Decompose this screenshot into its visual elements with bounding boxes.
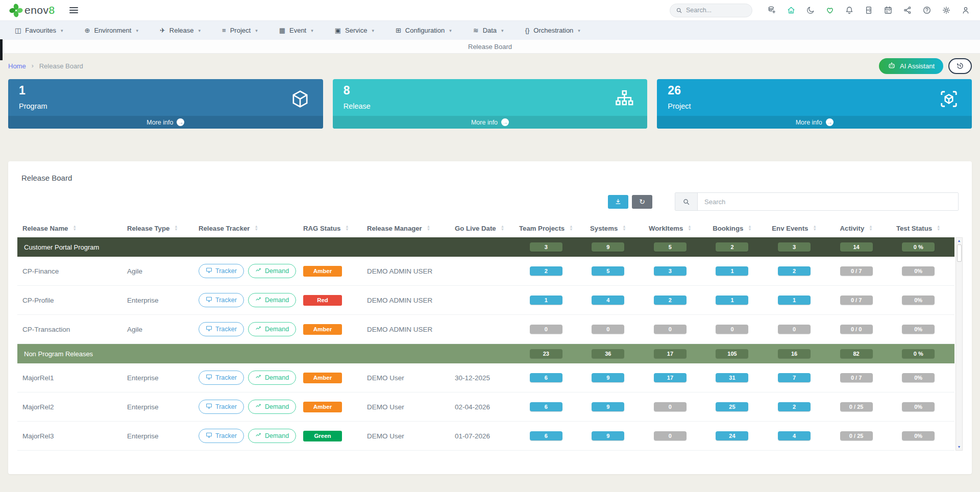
release-more-info[interactable]: More info→ [333, 116, 648, 129]
metric-badge[interactable]: 1 [778, 296, 811, 305]
demand-button[interactable]: Demand [248, 400, 296, 414]
calendar-icon[interactable] [883, 5, 893, 16]
sort-icons[interactable]: ▲▼ [869, 225, 872, 231]
enov8-logo[interactable]: enov8 [9, 4, 55, 17]
help-icon[interactable] [921, 5, 932, 16]
tracker-button[interactable]: Tracker [199, 400, 244, 414]
settings-icon[interactable] [941, 5, 951, 16]
refresh-button[interactable]: ↻ [632, 195, 652, 209]
tracker-button[interactable]: Tracker [199, 293, 244, 307]
sort-icons[interactable]: ▲▼ [813, 225, 816, 231]
column-header-release-type[interactable]: Release Type▲▼ [127, 225, 199, 232]
metric-badge[interactable]: 23 [530, 349, 562, 358]
metric-badge[interactable]: 0 / 7 [840, 296, 873, 305]
ai-assistant-button[interactable]: AI Assistant [879, 58, 943, 74]
metric-badge[interactable]: 9 [592, 431, 624, 440]
metric-badge[interactable]: 2 [778, 402, 811, 411]
scrollbar-thumb[interactable] [957, 244, 962, 262]
metric-badge[interactable]: 17 [654, 349, 687, 358]
nav-item-service[interactable]: ▣Service▾ [324, 21, 385, 40]
metric-badge[interactable]: 3 [654, 266, 687, 276]
metric-badge[interactable]: 82 [840, 349, 873, 358]
metric-badge[interactable]: 3 [530, 242, 562, 252]
metric-badge[interactable]: 2 [716, 242, 748, 252]
nav-item-environment[interactable]: ⊕Environment▾ [74, 21, 149, 40]
rag-status-badge[interactable]: Red [303, 295, 342, 306]
metric-badge[interactable]: 0% [902, 402, 935, 411]
share-icon[interactable] [902, 5, 913, 16]
stat-card-release[interactable]: 8 Release More info→ [333, 79, 648, 129]
sort-icons[interactable]: ▲▼ [72, 225, 76, 231]
sort-icons[interactable]: ▲▼ [569, 225, 573, 231]
metric-badge[interactable]: 0 [654, 431, 687, 440]
stat-card-program[interactable]: 1 Program More info→ [8, 79, 323, 129]
sort-icons[interactable]: ▲▼ [174, 225, 178, 231]
sort-icons[interactable]: ▲▼ [345, 225, 349, 231]
global-search-input[interactable] [686, 7, 746, 14]
metric-badge[interactable]: 31 [716, 373, 748, 382]
table-group-row-customer-portal-program[interactable]: Customer Portal Program39523140 % [17, 237, 954, 257]
breadcrumb-home-link[interactable]: Home [8, 62, 26, 70]
sort-icons[interactable]: ▲▼ [622, 225, 626, 231]
nav-item-data[interactable]: ≋Data▾ [462, 21, 514, 40]
tracker-button[interactable]: Tracker [199, 371, 244, 385]
metric-badge[interactable]: 0 % [902, 242, 935, 252]
column-header-workitems[interactable]: WorkItems▲▼ [639, 225, 701, 232]
metric-badge[interactable]: 0 / 25 [840, 431, 873, 440]
archive-icon[interactable] [863, 5, 874, 16]
metric-badge[interactable]: 0% [902, 431, 935, 440]
table-group-row-non-program-releases[interactable]: Non Program Releases23361710516820 % [17, 344, 954, 363]
metric-badge[interactable]: 0 [654, 325, 687, 334]
demand-button[interactable]: Demand [248, 293, 296, 307]
column-header-test-status[interactable]: Test Status▲▼ [887, 225, 949, 232]
metric-badge[interactable]: 0 / 25 [840, 402, 873, 411]
column-header-rag-status[interactable]: RAG Status▲▼ [303, 225, 367, 232]
column-header-bookings[interactable]: Bookings▲▼ [701, 225, 764, 232]
tracker-button[interactable]: Tracker [199, 322, 244, 336]
metric-badge[interactable]: 25 [716, 402, 748, 411]
column-header-release-tracker[interactable]: Release Tracker▲▼ [199, 225, 303, 232]
rag-status-badge[interactable]: Amber [303, 402, 342, 412]
stat-card-project[interactable]: 26 Project More info→ [657, 79, 972, 129]
table-search-input[interactable] [698, 193, 958, 210]
demand-button[interactable]: Demand [248, 322, 296, 336]
metric-badge[interactable]: 4 [592, 296, 624, 305]
column-header-activity[interactable]: Activity▲▼ [825, 225, 888, 232]
metric-badge[interactable]: 0 / 0 [840, 325, 873, 334]
rag-status-badge[interactable]: Amber [303, 266, 342, 277]
metric-badge[interactable]: 0 [778, 325, 811, 334]
home-icon[interactable] [786, 5, 796, 16]
metric-badge[interactable]: 36 [592, 349, 624, 358]
table-search[interactable] [675, 192, 959, 211]
bell-icon[interactable] [844, 5, 854, 16]
metric-badge[interactable]: 7 [778, 373, 811, 382]
scroll-up-icon[interactable]: ▲ [958, 239, 961, 243]
metric-badge[interactable]: 0 [716, 325, 748, 334]
metric-badge[interactable]: 0% [902, 296, 935, 305]
global-search[interactable] [670, 4, 752, 17]
metric-badge[interactable]: 6 [530, 373, 562, 382]
rag-status-badge[interactable]: Amber [303, 324, 342, 335]
metric-badge[interactable]: 0 / 7 [840, 266, 873, 276]
metric-badge[interactable]: 9 [592, 373, 624, 382]
column-header-team-projects[interactable]: Team Projects▲▼ [515, 225, 577, 232]
metric-badge[interactable]: 6 [530, 431, 562, 440]
nav-item-configuration[interactable]: ⊞Configuration▾ [385, 21, 462, 40]
export-button[interactable] [608, 195, 628, 209]
database-add-icon[interactable] [766, 5, 777, 16]
rag-status-badge[interactable]: Amber [303, 373, 342, 383]
metric-badge[interactable]: 2 [654, 296, 687, 305]
rag-status-badge[interactable]: Green [303, 431, 342, 441]
tracker-button[interactable]: Tracker [199, 264, 244, 278]
sort-icons[interactable]: ▲▼ [427, 225, 430, 231]
demand-button[interactable]: Demand [248, 429, 296, 443]
table-scrollbar[interactable]: ▲ ▼ [955, 237, 963, 451]
nav-item-favourites[interactable]: ◫Favourites▾ [4, 21, 74, 40]
hamburger-menu-icon[interactable] [69, 7, 78, 13]
sort-icons[interactable]: ▲▼ [254, 225, 258, 231]
sidebar-toggle-handle[interactable] [0, 39, 3, 60]
metric-badge[interactable]: 17 [654, 373, 687, 382]
metric-badge[interactable]: 6 [530, 402, 562, 411]
column-header-systems[interactable]: Systems▲▼ [577, 225, 640, 232]
metric-badge[interactable]: 1 [716, 266, 748, 276]
